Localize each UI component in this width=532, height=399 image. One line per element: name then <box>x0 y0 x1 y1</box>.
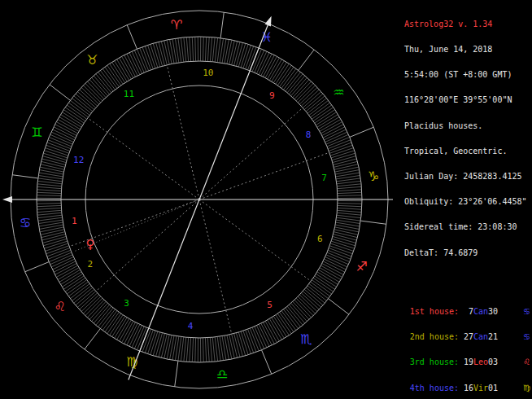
zodiac-cancer-glyph: ♋ <box>20 215 31 230</box>
venus-icon: ♀ <box>86 237 95 252</box>
app-title: Astrolog32 v. 1.34 <box>404 20 530 28</box>
house-label: 4th house: <box>404 384 459 392</box>
location-line: 116°28'00"E 39°55'00"N <box>404 96 530 104</box>
house-list: 1st house:7Can30♋ 2nd house:27Can21♋ 3rd… <box>404 291 530 399</box>
house-number-5: 5 <box>267 300 273 310</box>
house-number-9: 9 <box>269 90 275 101</box>
house-number-3: 3 <box>124 298 129 309</box>
house-number-2: 2 <box>88 259 94 270</box>
house-number-6: 6 <box>317 234 323 244</box>
house-number-12: 12 <box>73 155 84 165</box>
house-row-1: 1st house:7Can30♋ <box>404 308 530 316</box>
zodiac-leo-glyph: ♌ <box>54 299 65 314</box>
house-number-10: 10 <box>203 68 213 78</box>
house-cusp-value: 16Vir01 <box>464 384 498 392</box>
planets: ♀ <box>74 200 199 252</box>
zodiac-virgo-glyph: ♍ <box>126 354 137 370</box>
leo-sign-icon: ♌ <box>523 358 530 366</box>
house-number-11: 11 <box>124 89 134 99</box>
house-cusp-value: 27Can21 <box>464 333 498 341</box>
cancer-sign-icon: ♋ <box>523 333 530 341</box>
time-line: 5:54:00 (ST +8:00 GMT) <box>404 71 530 79</box>
julian-day-line: Julian Day: 2458283.4125 <box>404 173 530 181</box>
zodiac-taurus-glyph: ♉ <box>86 52 98 68</box>
zodiac-scorpio-glyph: ♏ <box>300 331 312 347</box>
midheaven-arrow-icon <box>264 16 271 27</box>
astrolog32-window: ♈♉♊♋♌♍♎♏♐♑♒♓123456789101112♀ Astrolog32 … <box>0 0 532 399</box>
house-number-1: 1 <box>72 216 77 226</box>
zodiac-aquarius-glyph: ♒ <box>333 85 344 100</box>
zodiac-aries-glyph: ♈ <box>171 17 182 33</box>
house-label: 3rd house: <box>404 358 459 366</box>
house-system-line: Placidus houses. <box>404 122 530 130</box>
house-cusp-value: 19Leo03 <box>464 358 498 366</box>
house-label: 1st house: <box>404 308 459 316</box>
house-row-3: 3rd house:19Leo03♌ <box>404 358 530 366</box>
house-row-2: 2nd house:27Can21♋ <box>404 333 530 341</box>
cancer-sign-icon: ♋ <box>523 308 530 316</box>
virgo-sign-icon: ♍ <box>523 384 530 392</box>
house-row-4: 4th house:16Vir01♍ <box>404 384 530 392</box>
house-label: 2nd house: <box>404 333 459 341</box>
house-number-4: 4 <box>188 321 194 331</box>
ascendant-arrow-icon <box>2 196 12 203</box>
zodiac-gemini-glyph: ♊ <box>31 125 42 140</box>
zodiac-type-line: Tropical, Geocentric. <box>404 147 530 156</box>
sidereal-time-line: Sidereal time: 23:08:30 <box>404 223 530 231</box>
house-cusp-value: 7Can30 <box>464 308 498 316</box>
zodiac-sagittarius-glyph: ♐ <box>355 259 367 274</box>
zodiac-capricorn-glyph: ♑ <box>368 169 379 184</box>
deltat-line: DeltaT: 74.6879 <box>404 249 530 257</box>
zodiac-pisces-glyph: ♓ <box>260 29 272 45</box>
chart-wheel: ♈♉♊♋♌♍♎♏♐♑♒♓123456789101112♀ <box>0 0 399 399</box>
date-line: Thu, June 14, 2018 <box>404 46 530 54</box>
house-number-7: 7 <box>321 173 327 183</box>
house-number-8: 8 <box>306 129 312 140</box>
zodiac-libra-glyph: ♎ <box>216 366 228 382</box>
obliquity-line: Obliquity: 23°26'06.4458" <box>404 198 530 206</box>
info-panel: Astrolog32 v. 1.34 Thu, June 14, 2018 5:… <box>404 3 530 399</box>
